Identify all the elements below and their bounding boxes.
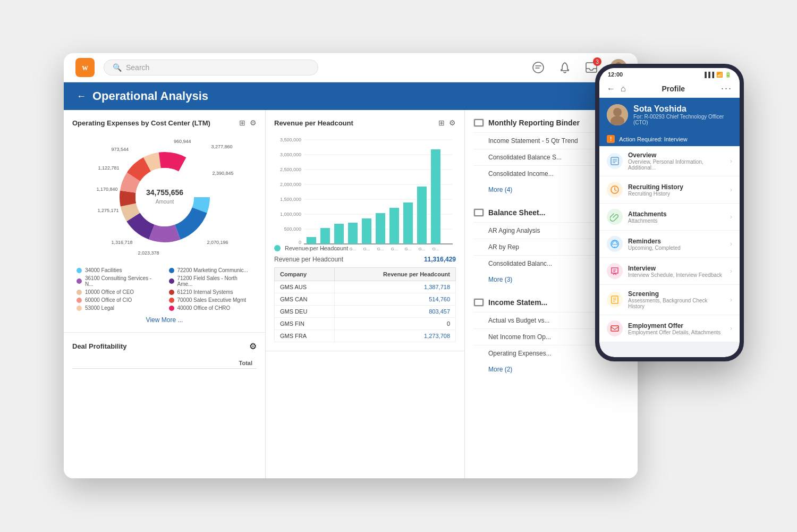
bar-settings-icon[interactable]: ⚙: [449, 119, 456, 127]
reminders-icon: [607, 236, 623, 252]
svg-text:O...: O...: [433, 247, 439, 251]
revenue-deu[interactable]: 803,457: [334, 306, 456, 318]
screening-subtitle: Assessments, Background Check History: [628, 298, 725, 309]
reminders-subtitle: Upcoming, Completed: [628, 245, 725, 251]
company-fra: GMS FRA: [275, 330, 335, 342]
recruiting-text: Recruiting History Recruiting History: [628, 183, 725, 197]
svg-rect-57: [475, 120, 482, 125]
inbox-badge: 3: [593, 57, 601, 66]
employment-offer-icon: [607, 320, 623, 336]
revenue-amount: 11,316,429: [424, 256, 456, 263]
search-bar[interactable]: 🔍 Search: [104, 60, 318, 75]
action-badge: !: [607, 135, 615, 143]
menu-item-attachments[interactable]: Attachments Attachments ›: [599, 204, 740, 231]
attachments-chevron: ›: [730, 213, 732, 221]
menu-item-recruiting[interactable]: Recruiting History Recruiting History ›: [599, 176, 740, 204]
legend-item-chro: 40000 Office of CHRO: [169, 305, 253, 311]
svg-rect-45: [431, 149, 440, 244]
legend-label-facilities: 34000 Facilities: [85, 267, 122, 273]
chat-icon[interactable]: [530, 60, 546, 75]
svg-text:0: 0: [299, 240, 301, 245]
employment-offer-chevron: ›: [730, 325, 732, 332]
svg-rect-41: [376, 213, 385, 244]
overview-subtitle: Overview, Personal Information, Addition…: [628, 159, 725, 171]
reminders-chevron: ›: [730, 240, 732, 248]
svg-text:G...: G...: [308, 247, 315, 251]
legend-item-facilities: 34000 Facilities: [77, 267, 160, 273]
svg-line-71: [615, 190, 616, 191]
menu-item-screening[interactable]: Screening Assessments, Background Check …: [599, 285, 740, 315]
view-more-link[interactable]: View More ...: [72, 316, 257, 324]
svg-text:G...: G...: [363, 247, 370, 251]
bar-filter-icon[interactable]: ⊞: [438, 119, 445, 127]
revenue-fra[interactable]: 1,273,708: [334, 330, 456, 342]
back-button[interactable]: ←: [77, 91, 86, 102]
svg-text:G...: G...: [405, 247, 412, 251]
menu-item-interview[interactable]: Interview Interview Schedule, Interview …: [599, 258, 740, 285]
income-more-link[interactable]: More (2): [473, 361, 629, 377]
phone-screen: 12:00 ▐▐▐ 📶 🔋 ← ⌂ Profile ···: [599, 68, 740, 357]
main-content: Operating Expenses by Cost Center (LTM) …: [64, 110, 638, 478]
legend-label-fieldsales: 71200 Field Sales - North Ame...: [177, 275, 253, 287]
profile-info: Sota Yoshida For: R-00293 Chief Technolo…: [633, 104, 732, 125]
table-row: GMS CAN 514,760: [275, 293, 456, 306]
battery-icon: 🔋: [725, 72, 731, 78]
svg-text:3,500,000: 3,500,000: [280, 137, 301, 142]
legend-label-internalsys: 61210 Internal Systems: [177, 289, 233, 295]
report-item-label: Net Income from Op...: [488, 333, 551, 341]
menu-item-employment-offer[interactable]: Employment Offer Employment Offer Detail…: [599, 315, 740, 342]
overview-icon: [607, 153, 623, 169]
phone-home-button[interactable]: ⌂: [621, 84, 626, 94]
attachments-text: Attachments Attachments: [628, 210, 725, 224]
svg-text:G...: G...: [419, 247, 426, 251]
interview-text: Interview Interview Schedule, Interview …: [628, 265, 725, 278]
svg-point-17: [135, 168, 194, 226]
filter-icon[interactable]: ⊞: [239, 119, 245, 127]
svg-text:34,755,656: 34,755,656: [146, 188, 183, 197]
svg-text:G...: G...: [377, 247, 384, 251]
reminders-title: Reminders: [628, 238, 725, 245]
page-title: Operational Analysis: [92, 89, 208, 103]
donut-container: 960,944 973,544 1,122,781 1,170,840 1,27…: [72, 133, 257, 261]
svg-text:3,000,000: 3,000,000: [280, 152, 301, 157]
deal-header: Deal Profitability ⚙: [72, 341, 257, 351]
phone-frame: 12:00 ▐▐▐ 📶 🔋 ← ⌂ Profile ···: [595, 64, 744, 361]
svg-text:w: w: [82, 63, 88, 72]
svg-text:Amount: Amount: [155, 199, 174, 205]
menu-item-reminders[interactable]: Reminders Upcoming, Completed ›: [599, 231, 740, 258]
overview-text: Overview Overview, Personal Information,…: [628, 151, 725, 171]
svg-rect-80: [611, 326, 618, 331]
report-binder-icon: [473, 119, 484, 127]
donut-svg: 34,755,656 Amount: [112, 144, 218, 250]
revenue-fin: 0: [334, 318, 456, 330]
overview-title: Overview: [628, 151, 725, 159]
action-text: Action Required: Interview: [619, 136, 687, 142]
svg-rect-42: [389, 208, 399, 244]
deal-settings-icon[interactable]: ⚙: [249, 341, 257, 351]
screening-text: Screening Assessments, Background Check …: [628, 290, 725, 309]
table-row: GMS DEU 803,457: [275, 306, 456, 318]
donut-settings-icon[interactable]: ⚙: [250, 119, 257, 127]
revenue-aus[interactable]: 1,387,718: [334, 281, 456, 293]
reminders-text: Reminders Upcoming, Completed: [628, 238, 725, 251]
monthly-title: Monthly Reporting Binder: [488, 119, 580, 127]
legend-item-consulting: 36100 Consulting Services - N...: [77, 275, 160, 287]
phone-back-button[interactable]: ←: [607, 84, 615, 94]
report-item-label: Consolidated Balance S...: [488, 154, 562, 161]
bar-card-header: Revenue per Headcount ⊞ ⚙: [274, 119, 456, 127]
bell-icon[interactable]: [557, 60, 573, 75]
legend-item-cio: 60000 Office of CIO: [77, 297, 160, 303]
phone-more-button[interactable]: ···: [721, 83, 732, 94]
company-can: GMS CAN: [275, 293, 335, 306]
deal-column-total: Total: [124, 358, 257, 369]
recruiting-chevron: ›: [730, 186, 732, 193]
phone-status-bar: 12:00 ▐▐▐ 📶 🔋: [599, 68, 740, 80]
revenue-can[interactable]: 514,760: [334, 293, 456, 306]
employment-offer-subtitle: Employment Offer Details, Attachments: [628, 330, 725, 335]
table-row: GMS FIN 0: [275, 318, 456, 330]
menu-item-overview[interactable]: Overview Overview, Personal Information,…: [599, 146, 740, 176]
inbox-icon[interactable]: 3: [583, 60, 599, 75]
legend-item-ceo: 10000 Office of CEO: [77, 289, 160, 295]
legend-label-consulting: 36100 Consulting Services - N...: [85, 275, 160, 287]
tablet-frame: w 🔍 Search: [64, 53, 638, 478]
